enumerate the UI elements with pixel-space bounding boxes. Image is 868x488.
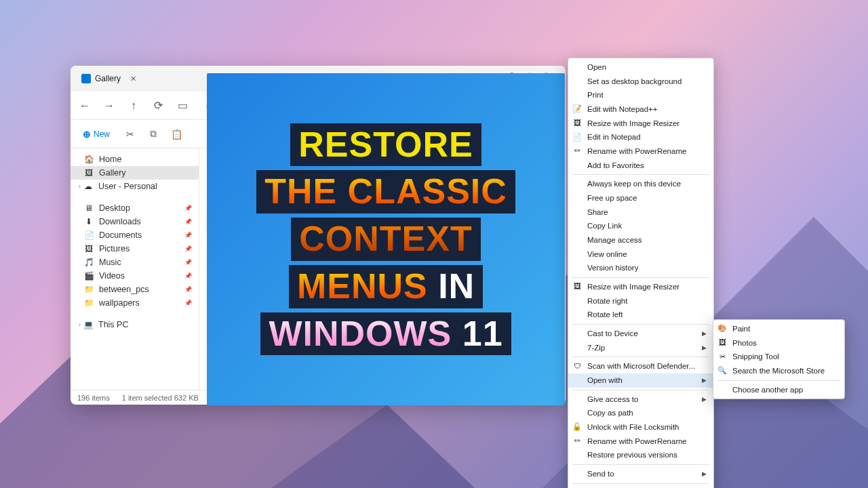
menu-icon: 📄	[572, 133, 582, 142]
menu-item-7-zip[interactable]: 7-Zip▶	[568, 341, 713, 355]
menu-item-edit-with-notepad-[interactable]: 📝Edit with Notepad++	[568, 102, 713, 117]
status-items: 196 items	[77, 394, 110, 402]
menu-item-edit-in-notepad[interactable]: 📄Edit in Notepad	[568, 130, 713, 144]
submenu-item-paint[interactable]: 🎨Paint	[713, 322, 844, 336]
back-button[interactable]: ←	[79, 100, 91, 112]
submenu-label: Paint	[732, 323, 750, 335]
new-label: New	[94, 129, 110, 139]
sidebar-item-label: This PC	[98, 320, 128, 329]
submenu-item-snipping-tool[interactable]: ✂Snipping Tool	[713, 350, 844, 364]
menu-item-open-with[interactable]: Open with▶	[568, 373, 713, 388]
menu-item-view-online[interactable]: View online	[568, 247, 713, 262]
menu-label: Cast to Device	[587, 328, 638, 340]
folder-icon: 📁	[84, 298, 94, 308]
sidebar-item-wallpapers[interactable]: 📁wallpapers📌	[71, 296, 199, 310]
menu-label: Edit in Notepad	[587, 131, 641, 143]
menu-item-restore-previous-versions[interactable]: Restore previous versions	[568, 448, 713, 462]
sidebar-item-between_pcs[interactable]: 📁between_pcs📌	[71, 283, 199, 296]
sidebar-item-label: between_pcs	[99, 285, 149, 294]
menu-item-open[interactable]: Open	[568, 60, 713, 75]
menu-label: Resize with Image Resizer	[587, 118, 679, 129]
menu-item-version-history[interactable]: Version history	[568, 261, 713, 275]
plus-icon: ⊕	[83, 129, 91, 140]
overlay-line5b: 11	[462, 314, 503, 353]
pin-icon: 📌	[184, 232, 192, 239]
sidebar-item-pictures[interactable]: 🖼Pictures📌	[71, 242, 199, 256]
up-button[interactable]: ↑	[127, 100, 140, 112]
menu-label: Add to Favorites	[587, 160, 644, 171]
open-with-submenu[interactable]: 🎨Paint🖼Photos✂Snipping Tool🔍Search the M…	[713, 319, 845, 399]
menu-label: Rename with PowerRename	[587, 436, 686, 447]
status-selected: 1 item selected 632 KB	[122, 394, 199, 402]
menu-item-rotate-right[interactable]: Rotate right	[568, 294, 713, 308]
menu-item-print[interactable]: Print	[568, 88, 713, 102]
menu-item-cast-to-device[interactable]: Cast to Device▶	[568, 327, 713, 341]
menu-item-rename-with-powerrename[interactable]: ✏Rename with PowerRename	[568, 144, 713, 159]
menu-item-give-access-to[interactable]: Give access to▶	[568, 392, 713, 407]
menu-item-scan-with-microsoft-defender-[interactable]: 🛡Scan with Microsoft Defender...	[568, 359, 713, 373]
menu-item-share[interactable]: Share	[568, 205, 713, 220]
tab-label: Gallery	[95, 74, 121, 83]
sidebar-item-documents[interactable]: 📄Documents📌	[71, 228, 199, 242]
menu-item-rotate-left[interactable]: Rotate left	[568, 308, 713, 322]
menu-icon: ✏	[572, 146, 582, 156]
folder-icon: ☁	[83, 182, 93, 191]
menu-label: Share	[587, 207, 608, 218]
menu-item-resize-with-image-resizer[interactable]: 🖼Resize with Image Resizer	[568, 280, 713, 294]
sidebar-item-label: Gallery	[99, 168, 126, 178]
menu-item-copy-as-path[interactable]: Copy as path	[568, 406, 713, 420]
sidebar-item-label: Music	[99, 258, 121, 267]
sidebar-item-desktop[interactable]: 🖥Desktop📌	[71, 201, 199, 215]
menu-label: Give access to	[587, 394, 638, 405]
context-menu[interactable]: OpenSet as desktop backgroundPrint📝Edit …	[568, 58, 714, 488]
sidebar-item-music[interactable]: 🎵Music📌	[71, 256, 199, 269]
tab-gallery[interactable]: Gallery ✕	[76, 71, 142, 86]
folder-icon: 💻	[83, 320, 93, 329]
sidebar-item-label: User - Personal	[98, 182, 157, 191]
sidebar-item-downloads[interactable]: ⬇Downloads📌	[71, 215, 199, 228]
refresh-button[interactable]: ⟳	[152, 100, 164, 112]
menu-icon: 🖼	[572, 119, 582, 128]
sidebar-item-label: Documents	[99, 230, 142, 240]
submenu-item-photos[interactable]: 🖼Photos	[713, 336, 844, 350]
menu-item-unlock-with-file-locksmith[interactable]: 🔓Unlock with File Locksmith	[568, 420, 713, 434]
menu-item-always-keep-on-this-device[interactable]: Always keep on this device	[568, 177, 713, 191]
menu-label: Free up space	[587, 192, 637, 204]
pin-icon: 📌	[184, 286, 192, 293]
menu-item-manage-access[interactable]: Manage access	[568, 233, 713, 247]
menu-icon: 📝	[572, 104, 582, 114]
sidebar-item-user---personal[interactable]: ›☁User - Personal	[71, 180, 199, 193]
menu-label: Copy as path	[587, 407, 633, 419]
menu-item-copy-link[interactable]: Copy Link	[568, 219, 713, 233]
menu-item-send-to[interactable]: Send to▶	[568, 467, 713, 481]
forward-button[interactable]: →	[103, 100, 115, 112]
submenu-item-search-the-microsoft-store[interactable]: 🔍Search the Microsoft Store	[713, 364, 844, 378]
menu-icon: ✏	[572, 436, 582, 446]
close-icon[interactable]: ✕	[130, 75, 136, 83]
copy-icon[interactable]: ⧉	[146, 127, 160, 141]
menu-item-set-as-desktop-background[interactable]: Set as desktop background	[568, 75, 713, 89]
folder-icon: 📄	[84, 230, 94, 240]
address-icon[interactable]: ▭	[176, 100, 189, 112]
new-button[interactable]: ⊕ New	[79, 127, 114, 141]
sidebar-item-label: Desktop	[99, 203, 130, 213]
menu-label: Resize with Image Resizer	[587, 281, 679, 293]
submenu-arrow-icon: ▶	[702, 376, 707, 385]
menu-item-rename-with-powerrename[interactable]: ✏Rename with PowerRename	[568, 434, 713, 449]
cut-icon[interactable]: ✂	[123, 127, 137, 141]
overlay-line2a: THE	[264, 171, 337, 211]
overlay-line5a: WINDOWS	[269, 314, 452, 353]
sidebar-item-videos[interactable]: 🎬Videos📌	[71, 269, 199, 283]
pin-icon: 📌	[184, 218, 192, 225]
menu-item-free-up-space[interactable]: Free up space	[568, 191, 713, 205]
submenu-item-choose-another-app[interactable]: Choose another app	[713, 383, 844, 397]
sidebar-item-home[interactable]: 🏠Home	[71, 152, 199, 166]
sidebar-item-label: Videos	[99, 271, 125, 281]
sidebar-item-gallery[interactable]: 🖼Gallery	[71, 166, 199, 180]
sidebar-item-this-pc[interactable]: ›💻This PC	[71, 318, 199, 331]
paste-icon[interactable]: 📋	[170, 127, 183, 141]
submenu-arrow-icon: ▶	[702, 470, 707, 479]
menu-item-resize-with-image-resizer[interactable]: 🖼Resize with Image Resizer	[568, 117, 713, 131]
menu-item-add-to-favorites[interactable]: Add to Favorites	[568, 159, 713, 173]
submenu-label: Search the Microsoft Store	[732, 365, 825, 377]
